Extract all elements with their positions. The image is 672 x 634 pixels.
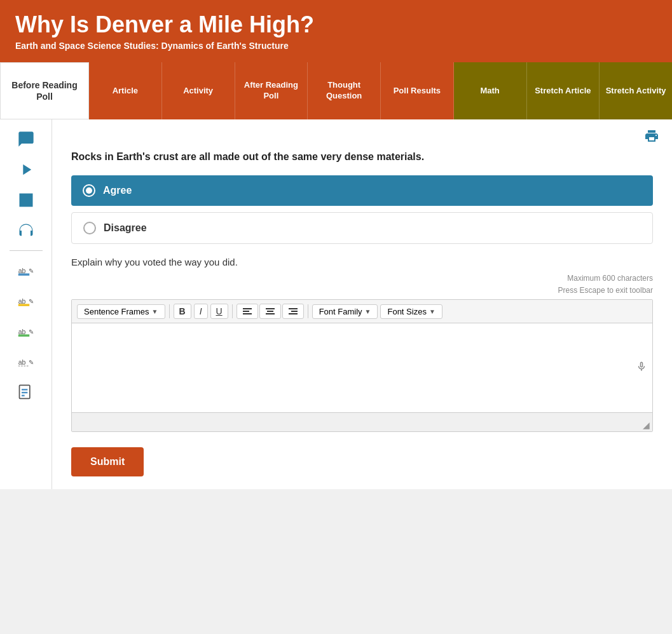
svg-text:✎: ✎ (28, 328, 33, 335)
sentence-frames-button[interactable]: Sentence Frames ▼ (77, 304, 165, 319)
align-center-button[interactable] (259, 304, 281, 319)
editor-toolbar: Sentence Frames ▼ B I U (72, 300, 652, 323)
main-content: Rocks in Earth's crust are all made out … (52, 119, 672, 489)
tab-stretch-article[interactable]: Stretch Article (527, 62, 600, 119)
radio-inner-agree (86, 187, 92, 194)
underline-button[interactable]: U (210, 304, 228, 319)
square-icon[interactable] (10, 187, 43, 213)
align-left-button[interactable] (237, 304, 258, 319)
poll-options: AgreeDisagree (71, 175, 653, 244)
radio-outer-agree (83, 184, 95, 197)
tab-navigation: Before Reading Poll ArticleActivityAfter… (0, 62, 672, 119)
resize-handle: ◢ (643, 420, 650, 430)
editor-footer: ◢ (72, 412, 652, 431)
tab-after-reading-poll[interactable]: After Reading Poll (235, 62, 308, 119)
page-header: Why Is Denver a Mile High? Earth and Spa… (0, 0, 672, 62)
tab-before-reading-poll[interactable]: Before Reading Poll (0, 62, 89, 119)
tab-thought-question[interactable]: Thought Question (308, 62, 381, 119)
document-icon[interactable] (10, 379, 43, 406)
svg-text:ab: ab (18, 358, 25, 366)
sentence-frames-chevron: ▼ (152, 308, 158, 315)
pen-green-icon[interactable]: ab ✎ (10, 318, 43, 345)
pen-yellow-icon[interactable]: ab ✎ (10, 288, 43, 314)
poll-option-disagree[interactable]: Disagree (71, 212, 653, 244)
align-right-button[interactable] (282, 304, 304, 319)
svg-rect-13 (19, 385, 29, 398)
poll-option-label-agree: Agree (103, 185, 132, 196)
text-editor: Sentence Frames ▼ B I U (71, 299, 653, 432)
page-title: Why Is Denver a Mile High? (15, 11, 657, 38)
tab-activity[interactable]: Activity (162, 62, 235, 119)
svg-text:ab: ab (18, 267, 25, 274)
align-buttons (237, 304, 304, 319)
font-sizes-chevron: ▼ (429, 308, 435, 315)
page-subtitle: Earth and Space Science Studies: Dynamic… (15, 41, 657, 51)
tab-stretch-activity[interactable]: Stretch Activity (600, 62, 672, 119)
submit-button[interactable]: Submit (71, 447, 144, 476)
svg-rect-0 (19, 194, 32, 207)
headphones-icon[interactable] (10, 217, 43, 244)
svg-text:✎: ✎ (28, 359, 33, 366)
tabs-container: ArticleActivityAfter Reading PollThought… (89, 62, 672, 119)
main-layout: ab ✎ ab ✎ ab ✎ ab ✎ (0, 119, 672, 489)
tab-article[interactable]: Article (89, 62, 162, 119)
print-icon[interactable] (644, 128, 659, 146)
chat-icon[interactable] (10, 126, 43, 152)
sidebar: ab ✎ ab ✎ ab ✎ ab ✎ (0, 119, 52, 489)
svg-text:✎: ✎ (28, 298, 33, 305)
toolbar-separator-3 (308, 304, 308, 318)
font-sizes-button[interactable]: Font Sizes ▼ (380, 304, 442, 319)
svg-text:✎: ✎ (28, 267, 33, 274)
sidebar-divider-1 (10, 250, 43, 251)
pen-blue-icon[interactable]: ab ✎ (10, 257, 43, 284)
font-family-button[interactable]: Font Family ▼ (312, 304, 378, 319)
mic-icon[interactable] (636, 361, 647, 375)
svg-text:ab: ab (18, 297, 25, 305)
bold-button[interactable]: B (174, 304, 191, 319)
tab-poll-results[interactable]: Poll Results (381, 62, 454, 119)
toolbar-separator-2 (232, 304, 233, 318)
poll-question: Rocks in Earth's crust are all made out … (71, 151, 653, 163)
italic-button[interactable]: I (194, 304, 208, 319)
pen-dotted-icon[interactable]: ab ✎ (10, 349, 43, 375)
play-icon[interactable] (10, 156, 43, 183)
tab-math[interactable]: Math (454, 62, 527, 119)
explain-label: Explain why you voted the way you did. (71, 257, 653, 267)
poll-option-agree[interactable]: Agree (71, 175, 653, 206)
char-info: Maximum 600 characters Press Escape to e… (71, 273, 653, 297)
poll-option-label-disagree: Disagree (104, 222, 147, 234)
toolbar-separator-1 (169, 304, 170, 318)
radio-outer-disagree (83, 222, 96, 234)
font-family-chevron: ▼ (365, 308, 371, 315)
svg-text:ab: ab (18, 328, 25, 335)
editor-body[interactable] (72, 323, 652, 412)
